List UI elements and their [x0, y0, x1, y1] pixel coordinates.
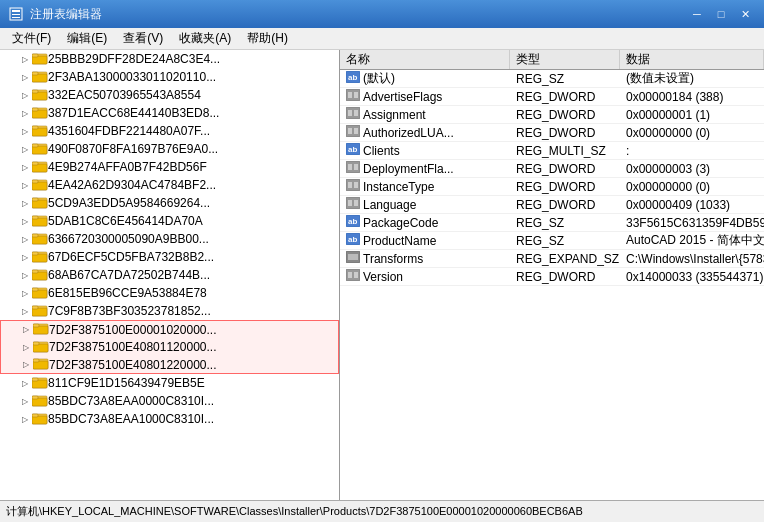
expand-arrow-icon[interactable]: ▷	[18, 394, 32, 408]
table-row[interactable]: AuthorizedLUA...REG_DWORD0x00000000 (0)	[340, 124, 764, 142]
header-name[interactable]: 名称	[340, 50, 510, 69]
expand-arrow-icon[interactable]: ▷	[18, 106, 32, 120]
svg-rect-24	[32, 162, 38, 165]
expand-arrow-icon[interactable]: ▷	[18, 160, 32, 174]
cell-name: Language	[340, 196, 510, 213]
tree-item[interactable]: ▷ 4EA42A62D9304AC4784BF2...	[0, 176, 339, 194]
tree-item[interactable]: ▷ 490F0870F8FA1697B76E9A0...	[0, 140, 339, 158]
folder-icon	[32, 375, 48, 392]
expand-arrow-icon[interactable]: ▷	[18, 196, 32, 210]
tree-item[interactable]: ▷ 5DAB1C8C6E456414DA70A	[0, 212, 339, 230]
cell-data: 0x14000033 (335544371)	[620, 268, 764, 285]
cell-data: 33F5615C631359F4DB599A8...	[620, 214, 764, 231]
tree-item-label: 4351604FDBF2214480A07F...	[48, 124, 210, 138]
cell-data: (数值未设置)	[620, 70, 764, 87]
table-row[interactable]: LanguageREG_DWORD0x00000409 (1033)	[340, 196, 764, 214]
expand-arrow-icon[interactable]: ▷	[18, 214, 32, 228]
tree-item[interactable]: ▷ 7D2F3875100E40801220000...	[0, 356, 339, 374]
expand-arrow-icon[interactable]: ▷	[18, 232, 32, 246]
table-row[interactable]: InstanceTypeREG_DWORD0x00000000 (0)	[340, 178, 764, 196]
table-row[interactable]: VersionREG_DWORD0x14000033 (335544371)	[340, 268, 764, 286]
header-data[interactable]: 数据	[620, 50, 764, 69]
window-controls: ─ □ ✕	[686, 5, 756, 23]
expand-arrow-icon[interactable]: ▷	[18, 376, 32, 390]
expand-arrow-icon[interactable]: ▷	[19, 340, 33, 354]
expand-arrow-icon[interactable]: ▷	[18, 142, 32, 156]
left-panel[interactable]: ▷ 25BBB29DFF28DE24A8C3E4...▷ 2F3ABA13000…	[0, 50, 340, 500]
folder-icon	[32, 267, 48, 284]
tree-item[interactable]: ▷ 85BDC73A8EAA1000C8310I...	[0, 410, 339, 428]
expand-arrow-icon[interactable]: ▷	[19, 323, 33, 337]
reg-value-name: ProductName	[363, 234, 436, 248]
expand-arrow-icon[interactable]: ▷	[18, 52, 32, 66]
cell-type: REG_DWORD	[510, 88, 620, 105]
tree-item[interactable]: ▷ 387D1EACC68E44140B3ED8...	[0, 104, 339, 122]
tree-item[interactable]: ▷ 7C9F8B73BF303523781852...	[0, 302, 339, 320]
svg-rect-48	[32, 306, 38, 309]
expand-arrow-icon[interactable]: ▷	[18, 178, 32, 192]
tree-item[interactable]: ▷ 25BBB29DFF28DE24A8C3E4...	[0, 50, 339, 68]
expand-arrow-icon[interactable]: ▷	[18, 70, 32, 84]
reg-type-icon: ab	[346, 215, 360, 230]
tree-item[interactable]: ▷ 4E9B274AFFA0B7F42BD56F	[0, 158, 339, 176]
cell-type: REG_DWORD	[510, 268, 620, 285]
close-button[interactable]: ✕	[734, 5, 756, 23]
maximize-button[interactable]: □	[710, 5, 732, 23]
reg-type-icon	[346, 89, 360, 104]
menu-item-查看v[interactable]: 查看(V)	[115, 28, 171, 49]
tree-item[interactable]: ▷ 68AB67CA7DA72502B744B...	[0, 266, 339, 284]
reg-type-icon: ab	[346, 71, 360, 86]
cell-type: REG_DWORD	[510, 160, 620, 177]
table-row[interactable]: AssignmentREG_DWORD0x00000001 (1)	[340, 106, 764, 124]
table-row[interactable]: ab (默认)REG_SZ(数值未设置)	[340, 70, 764, 88]
expand-arrow-icon[interactable]: ▷	[18, 304, 32, 318]
cell-name: InstanceType	[340, 178, 510, 195]
reg-type-icon: ab	[346, 143, 360, 158]
tree-item[interactable]: ▷ 6366720300005090A9BB00...	[0, 230, 339, 248]
expand-arrow-icon[interactable]: ▷	[18, 268, 32, 282]
minimize-button[interactable]: ─	[686, 5, 708, 23]
tree-item-label: 85BDC73A8EAA1000C8310I...	[48, 412, 214, 426]
tree-item[interactable]: ▷ 67D6ECF5CD5FBA732B8B2...	[0, 248, 339, 266]
menu-item-帮助h[interactable]: 帮助(H)	[239, 28, 296, 49]
folder-icon	[32, 213, 48, 230]
reg-type-icon	[346, 161, 360, 176]
folder-icon	[32, 141, 48, 158]
cell-type: REG_DWORD	[510, 196, 620, 213]
tree-item-label: 6E815EB96CCE9A53884E78	[48, 286, 207, 300]
expand-arrow-icon[interactable]: ▷	[18, 250, 32, 264]
svg-rect-51	[33, 324, 39, 327]
table-header: 名称 类型 数据	[340, 50, 764, 70]
tree-item[interactable]: ▷ 5CD9A3EDD5A9584669264...	[0, 194, 339, 212]
folder-icon	[32, 303, 48, 320]
table-row[interactable]: ab ProductNameREG_SZAutoCAD 2015 - 简体中文 …	[340, 232, 764, 250]
cell-data: :	[620, 142, 764, 159]
tree-item[interactable]: ▷ 7D2F3875100E00001020000...	[0, 320, 339, 338]
table-row[interactable]: ab ClientsREG_MULTI_SZ:	[340, 142, 764, 160]
table-row[interactable]: ab PackageCodeREG_SZ33F5615C631359F4DB59…	[340, 214, 764, 232]
expand-arrow-icon[interactable]: ▷	[18, 124, 32, 138]
expand-arrow-icon[interactable]: ▷	[18, 412, 32, 426]
tree-item[interactable]: ▷ 4351604FDBF2214480A07F...	[0, 122, 339, 140]
cell-name: AdvertiseFlags	[340, 88, 510, 105]
header-type[interactable]: 类型	[510, 50, 620, 69]
right-panel[interactable]: 名称 类型 数据 ab (默认)REG_SZ(数值未设置) AdvertiseF…	[340, 50, 764, 500]
expand-arrow-icon[interactable]: ▷	[18, 286, 32, 300]
title-bar: 注册表编辑器 ─ □ ✕	[0, 0, 764, 28]
table-row[interactable]: TransformsREG_EXPAND_SZC:\Windows\Instal…	[340, 250, 764, 268]
tree-item[interactable]: ▷ 7D2F3875100E40801120000...	[0, 338, 339, 356]
menu-item-编辑e[interactable]: 编辑(E)	[59, 28, 115, 49]
svg-rect-54	[33, 342, 39, 345]
tree-item[interactable]: ▷ 811CF9E1D156439479EB5E	[0, 374, 339, 392]
expand-arrow-icon[interactable]: ▷	[18, 88, 32, 102]
table-row[interactable]: AdvertiseFlagsREG_DWORD0x00000184 (388)	[340, 88, 764, 106]
tree-item[interactable]: ▷ 85BDC73A8EAA0000C8310I...	[0, 392, 339, 410]
expand-arrow-icon[interactable]: ▷	[19, 358, 33, 372]
menu-item-收藏夹a[interactable]: 收藏夹(A)	[171, 28, 239, 49]
tree-item[interactable]: ▷ 6E815EB96CCE9A53884E78	[0, 284, 339, 302]
table-row[interactable]: DeploymentFla...REG_DWORD0x00000003 (3)	[340, 160, 764, 178]
tree-item-label: 2F3ABA13000033011020110...	[48, 70, 216, 84]
menu-item-文件f[interactable]: 文件(F)	[4, 28, 59, 49]
tree-item[interactable]: ▷ 332EAC50703965543A8554	[0, 86, 339, 104]
tree-item[interactable]: ▷ 2F3ABA13000033011020110...	[0, 68, 339, 86]
